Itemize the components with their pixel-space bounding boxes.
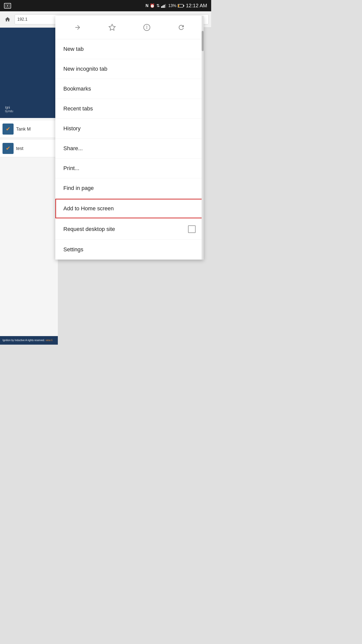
menu-item-recent-tabs[interactable]: Recent tabs (55, 99, 204, 119)
info-button[interactable] (139, 20, 154, 35)
menu-item-bookmarks[interactable]: Bookmarks (55, 79, 204, 99)
data-transfer-icon: ⇅ (156, 3, 160, 8)
menu-item-history[interactable]: History (55, 119, 204, 139)
list-item-2: ✔ test (0, 140, 58, 157)
menu-item-request-desktop[interactable]: Request desktop site (55, 219, 204, 240)
svg-rect-3 (162, 6, 163, 8)
item-icon-1: ✔ (3, 124, 14, 135)
menu-item-recent-tabs-label: Recent tabs (63, 105, 93, 112)
svg-rect-5 (165, 4, 166, 8)
menu-item-find-in-page[interactable]: Find in page (55, 178, 204, 198)
menu-item-new-incognito-tab-label: New incognito tab (63, 66, 107, 72)
list-item: ✔ Tank M (0, 120, 58, 138)
screenshot-icon (4, 3, 11, 9)
menu-item-settings-label: Settings (63, 246, 83, 253)
menu-scrollbar[interactable] (202, 16, 204, 260)
menu-item-bookmarks-label: Bookmarks (63, 86, 91, 92)
webpage-header: Igni by indu (0, 27, 58, 118)
svg-marker-9 (109, 24, 115, 30)
signal-icon (161, 4, 167, 8)
webpage-list: ✔ Tank M ✔ test (0, 118, 58, 160)
menu-item-history-label: History (63, 125, 80, 132)
menu-item-share[interactable]: Share... (55, 139, 204, 158)
svg-rect-8 (178, 5, 179, 7)
item-label-1: Tank M (16, 127, 31, 132)
checkmark-icon-1: ✔ (6, 126, 10, 132)
menu-item-request-desktop-label: Request desktop site (63, 226, 115, 232)
menu-item-add-to-home[interactable]: Add to Home screen (55, 199, 204, 218)
menu-toolbar (55, 16, 204, 39)
status-bar-left (4, 3, 11, 9)
svg-rect-4 (164, 5, 165, 8)
footer-link[interactable]: view li (46, 339, 52, 342)
menu-item-settings[interactable]: Settings (55, 240, 204, 260)
menu-item-print[interactable]: Print... (55, 158, 204, 178)
webpage-background: Igni by indu ✔ Tank M ✔ test Ignition by… (0, 27, 58, 345)
footer-text: Ignition by Inductive A rights reserved.… (3, 339, 55, 342)
webpage-logo: Igni by indu (5, 105, 13, 113)
nfc-icon: N (146, 4, 149, 8)
checkmark-icon-2: ✔ (6, 145, 10, 152)
request-desktop-checkbox[interactable] (188, 225, 196, 233)
menu-item-share-label: Share... (63, 145, 83, 152)
status-bar: N ⏰ ⇅ 13% 12:12 AM (0, 0, 211, 11)
svg-rect-7 (184, 5, 184, 7)
svg-point-1 (7, 5, 8, 7)
menu-item-print-label: Print... (63, 165, 79, 172)
browser-dropdown-menu: New tab New incognito tab Bookmarks Rece… (55, 16, 204, 260)
bookmark-button[interactable] (105, 20, 120, 35)
status-bar-right: N ⏰ ⇅ 13% 12:12 AM (146, 3, 207, 9)
battery-icon (178, 4, 184, 8)
menu-item-find-in-page-label: Find in page (63, 185, 94, 191)
forward-button[interactable] (70, 20, 85, 35)
alarm-icon: ⏰ (150, 3, 155, 8)
item-label-2: test (16, 146, 23, 151)
menu-items: New tab New incognito tab Bookmarks Rece… (55, 39, 204, 260)
menu-item-add-to-home-label: Add to Home screen (63, 205, 114, 212)
status-time: 12:12 AM (186, 3, 207, 9)
webpage-footer: Ignition by Inductive A rights reserved.… (0, 336, 58, 345)
item-icon-2: ✔ (3, 143, 14, 154)
menu-item-new-incognito-tab[interactable]: New incognito tab (55, 59, 204, 79)
refresh-button[interactable] (174, 20, 189, 35)
menu-scrollbar-thumb (202, 31, 204, 51)
battery-percent: 13% (168, 4, 176, 8)
address-text: 192.1 (17, 17, 27, 22)
menu-item-new-tab[interactable]: New tab (55, 39, 204, 59)
svg-rect-2 (161, 6, 162, 8)
home-button[interactable] (3, 14, 13, 24)
menu-item-new-tab-label: New tab (63, 46, 84, 52)
